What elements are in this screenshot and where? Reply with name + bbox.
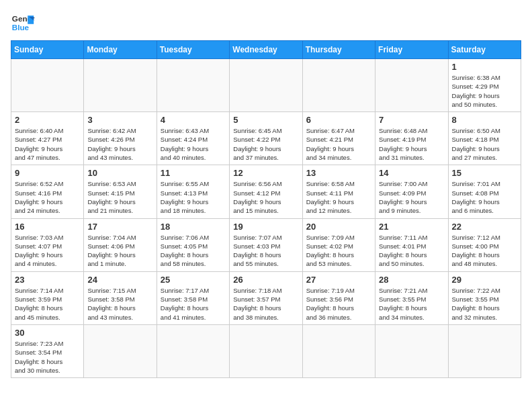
- day-info: Sunrise: 7:18 AM Sunset: 3:57 PM Dayligh…: [233, 286, 298, 322]
- day-number: 30: [15, 328, 80, 338]
- day-info: Sunrise: 7:23 AM Sunset: 3:54 PM Dayligh…: [15, 339, 80, 375]
- day-number: 15: [452, 168, 517, 178]
- day-number: 25: [161, 275, 226, 285]
- calendar-cell: 30Sunrise: 7:23 AM Sunset: 3:54 PM Dayli…: [11, 324, 84, 377]
- week-row-2: 2Sunrise: 6:40 AM Sunset: 4:27 PM Daylig…: [11, 112, 521, 165]
- calendar-cell: 23Sunrise: 7:14 AM Sunset: 3:59 PM Dayli…: [11, 271, 84, 324]
- day-number: 16: [15, 222, 80, 232]
- day-number: 22: [452, 222, 517, 232]
- day-number: 26: [233, 275, 298, 285]
- day-info: Sunrise: 6:55 AM Sunset: 4:13 PM Dayligh…: [161, 179, 226, 215]
- day-number: 20: [306, 222, 371, 232]
- day-info: Sunrise: 7:21 AM Sunset: 3:55 PM Dayligh…: [379, 286, 444, 322]
- day-number: 7: [379, 115, 444, 125]
- day-info: Sunrise: 7:14 AM Sunset: 3:59 PM Dayligh…: [15, 286, 80, 322]
- week-row-4: 16Sunrise: 7:03 AM Sunset: 4:07 PM Dayli…: [11, 218, 521, 271]
- calendar-cell: [84, 324, 157, 377]
- day-number: 5: [233, 115, 298, 125]
- calendar-cell: [84, 59, 157, 112]
- day-number: 2: [15, 115, 80, 125]
- calendar-cell: [375, 324, 448, 377]
- day-info: Sunrise: 6:48 AM Sunset: 4:19 PM Dayligh…: [379, 126, 444, 162]
- day-info: Sunrise: 7:07 AM Sunset: 4:03 PM Dayligh…: [233, 233, 298, 269]
- calendar-cell: 19Sunrise: 7:07 AM Sunset: 4:03 PM Dayli…: [230, 218, 302, 271]
- day-number: 27: [306, 275, 371, 285]
- day-number: 17: [87, 222, 152, 232]
- day-info: Sunrise: 6:38 AM Sunset: 4:29 PM Dayligh…: [452, 73, 517, 109]
- weekday-header-row: SundayMondayTuesdayWednesdayThursdayFrid…: [11, 41, 521, 59]
- day-number: 29: [452, 275, 517, 285]
- calendar-cell: 26Sunrise: 7:18 AM Sunset: 3:57 PM Dayli…: [230, 271, 302, 324]
- day-info: Sunrise: 7:06 AM Sunset: 4:05 PM Dayligh…: [161, 233, 226, 269]
- calendar-cell: [302, 59, 375, 112]
- day-info: Sunrise: 7:01 AM Sunset: 4:08 PM Dayligh…: [452, 179, 517, 215]
- day-info: Sunrise: 6:50 AM Sunset: 4:18 PM Dayligh…: [452, 126, 517, 162]
- day-number: 12: [233, 168, 298, 178]
- calendar-cell: 2Sunrise: 6:40 AM Sunset: 4:27 PM Daylig…: [11, 112, 84, 165]
- day-info: Sunrise: 7:09 AM Sunset: 4:02 PM Dayligh…: [306, 233, 371, 269]
- calendar-cell: [230, 324, 302, 377]
- calendar-cell: 18Sunrise: 7:06 AM Sunset: 4:05 PM Dayli…: [157, 218, 229, 271]
- day-number: 18: [161, 222, 226, 232]
- calendar-cell: 28Sunrise: 7:21 AM Sunset: 3:55 PM Dayli…: [375, 271, 448, 324]
- day-info: Sunrise: 6:58 AM Sunset: 4:11 PM Dayligh…: [306, 179, 371, 215]
- calendar-cell: 14Sunrise: 7:00 AM Sunset: 4:09 PM Dayli…: [375, 165, 448, 218]
- calendar-cell: [302, 324, 375, 377]
- day-number: 19: [233, 222, 298, 232]
- calendar-cell: [157, 59, 229, 112]
- weekday-header-friday: Friday: [375, 41, 448, 59]
- day-info: Sunrise: 6:42 AM Sunset: 4:26 PM Dayligh…: [87, 126, 152, 162]
- weekday-header-thursday: Thursday: [302, 41, 375, 59]
- calendar-cell: 17Sunrise: 7:04 AM Sunset: 4:06 PM Dayli…: [84, 218, 157, 271]
- day-number: 10: [87, 168, 152, 178]
- week-row-6: 30Sunrise: 7:23 AM Sunset: 3:54 PM Dayli…: [11, 324, 521, 377]
- calendar-cell: 9Sunrise: 6:52 AM Sunset: 4:16 PM Daylig…: [11, 165, 84, 218]
- calendar-cell: [230, 59, 302, 112]
- calendar-cell: 22Sunrise: 7:12 AM Sunset: 4:00 PM Dayli…: [448, 218, 521, 271]
- day-info: Sunrise: 7:00 AM Sunset: 4:09 PM Dayligh…: [379, 179, 444, 215]
- calendar-cell: 16Sunrise: 7:03 AM Sunset: 4:07 PM Dayli…: [11, 218, 84, 271]
- day-number: 21: [379, 222, 444, 232]
- calendar-cell: 24Sunrise: 7:15 AM Sunset: 3:58 PM Dayli…: [84, 271, 157, 324]
- day-info: Sunrise: 7:03 AM Sunset: 4:07 PM Dayligh…: [15, 233, 80, 269]
- weekday-header-wednesday: Wednesday: [230, 41, 302, 59]
- logo: General Blue: [11, 11, 35, 35]
- week-row-5: 23Sunrise: 7:14 AM Sunset: 3:59 PM Dayli…: [11, 271, 521, 324]
- calendar-cell: 20Sunrise: 7:09 AM Sunset: 4:02 PM Dayli…: [302, 218, 375, 271]
- day-number: 6: [306, 115, 371, 125]
- week-row-1: 1Sunrise: 6:38 AM Sunset: 4:29 PM Daylig…: [11, 59, 521, 112]
- calendar-table: SundayMondayTuesdayWednesdayThursdayFrid…: [11, 40, 521, 378]
- day-info: Sunrise: 6:45 AM Sunset: 4:22 PM Dayligh…: [233, 126, 298, 162]
- calendar-cell: [448, 324, 521, 377]
- calendar-cell: [11, 59, 84, 112]
- calendar-cell: 10Sunrise: 6:53 AM Sunset: 4:15 PM Dayli…: [84, 165, 157, 218]
- day-number: 8: [452, 115, 517, 125]
- day-info: Sunrise: 7:15 AM Sunset: 3:58 PM Dayligh…: [87, 286, 152, 322]
- day-info: Sunrise: 6:53 AM Sunset: 4:15 PM Dayligh…: [87, 179, 152, 215]
- calendar-cell: 12Sunrise: 6:56 AM Sunset: 4:12 PM Dayli…: [230, 165, 302, 218]
- calendar-cell: 6Sunrise: 6:47 AM Sunset: 4:21 PM Daylig…: [302, 112, 375, 165]
- day-info: Sunrise: 7:11 AM Sunset: 4:01 PM Dayligh…: [379, 233, 444, 269]
- week-row-3: 9Sunrise: 6:52 AM Sunset: 4:16 PM Daylig…: [11, 165, 521, 218]
- day-number: 24: [87, 275, 152, 285]
- calendar-cell: [157, 324, 229, 377]
- svg-text:Blue: Blue: [12, 23, 30, 32]
- calendar-cell: 27Sunrise: 7:19 AM Sunset: 3:56 PM Dayli…: [302, 271, 375, 324]
- day-info: Sunrise: 7:04 AM Sunset: 4:06 PM Dayligh…: [87, 233, 152, 269]
- day-number: 9: [15, 168, 80, 178]
- calendar-cell: 1Sunrise: 6:38 AM Sunset: 4:29 PM Daylig…: [448, 59, 521, 112]
- calendar-cell: 3Sunrise: 6:42 AM Sunset: 4:26 PM Daylig…: [84, 112, 157, 165]
- calendar-cell: 21Sunrise: 7:11 AM Sunset: 4:01 PM Dayli…: [375, 218, 448, 271]
- day-number: 4: [161, 115, 226, 125]
- day-info: Sunrise: 6:56 AM Sunset: 4:12 PM Dayligh…: [233, 179, 298, 215]
- calendar-cell: 8Sunrise: 6:50 AM Sunset: 4:18 PM Daylig…: [448, 112, 521, 165]
- calendar-cell: 5Sunrise: 6:45 AM Sunset: 4:22 PM Daylig…: [230, 112, 302, 165]
- day-info: Sunrise: 6:40 AM Sunset: 4:27 PM Dayligh…: [15, 126, 80, 162]
- day-info: Sunrise: 7:12 AM Sunset: 4:00 PM Dayligh…: [452, 233, 517, 269]
- calendar-cell: 29Sunrise: 7:22 AM Sunset: 3:55 PM Dayli…: [448, 271, 521, 324]
- calendar-cell: 4Sunrise: 6:43 AM Sunset: 4:24 PM Daylig…: [157, 112, 229, 165]
- weekday-header-monday: Monday: [84, 41, 157, 59]
- calendar-cell: 25Sunrise: 7:17 AM Sunset: 3:58 PM Dayli…: [157, 271, 229, 324]
- weekday-header-saturday: Saturday: [448, 41, 521, 59]
- calendar-cell: 11Sunrise: 6:55 AM Sunset: 4:13 PM Dayli…: [157, 165, 229, 218]
